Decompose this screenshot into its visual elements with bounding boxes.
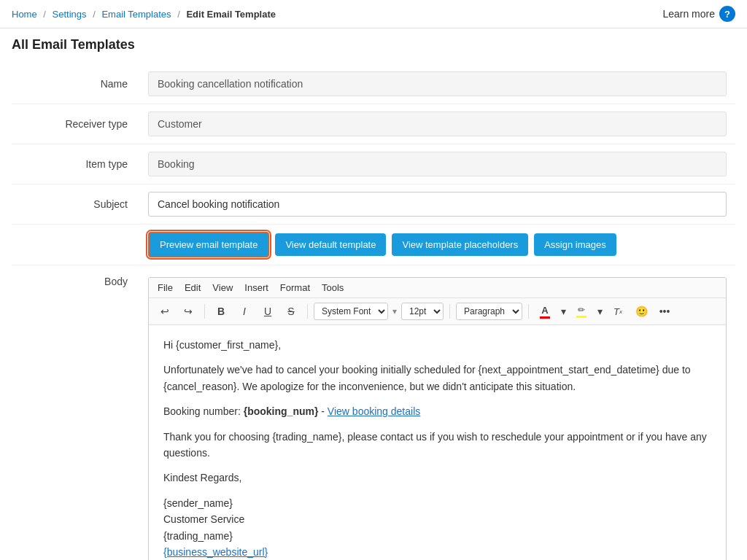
toolbar-separator-4 bbox=[528, 304, 529, 319]
menu-edit[interactable]: Edit bbox=[185, 282, 201, 293]
underline-button[interactable]: U bbox=[258, 301, 278, 322]
highlight-button[interactable]: ✏ bbox=[571, 301, 592, 322]
booking-number-pre: Booking number: bbox=[163, 405, 244, 417]
breadcrumb-current: Edit Email Template bbox=[186, 9, 276, 20]
menu-file[interactable]: File bbox=[158, 282, 173, 293]
business-website-link[interactable]: {business_website_url} bbox=[163, 546, 268, 558]
customer-service: Customer Service bbox=[163, 513, 244, 525]
assign-images-button[interactable]: Assign images bbox=[534, 233, 616, 256]
preview-email-button[interactable]: Preview email template bbox=[148, 232, 269, 257]
more-options-button[interactable]: ••• bbox=[654, 301, 675, 322]
subject-label: Subject bbox=[12, 184, 139, 224]
editor-container: File Edit View Insert Format Tools ↩ ↪ B… bbox=[148, 277, 727, 560]
highlight-dropdown[interactable]: ▾ bbox=[595, 301, 605, 322]
editor-line-6-8: {sender_name} Customer Service {trading_… bbox=[163, 495, 711, 560]
item-type-label: Item type bbox=[12, 144, 139, 184]
view-default-button[interactable]: View default template bbox=[275, 233, 386, 256]
toolbar-separator-2 bbox=[307, 304, 308, 319]
receiver-type-row: Receiver type Customer bbox=[12, 104, 735, 144]
bold-button[interactable]: B bbox=[211, 301, 231, 322]
item-type-field: Booking bbox=[148, 152, 727, 176]
subject-row: Subject bbox=[12, 184, 735, 225]
redo-button[interactable]: ↪ bbox=[178, 301, 198, 322]
editor-line-5: Kindest Regards, bbox=[163, 470, 711, 486]
receiver-type-field: Customer bbox=[148, 112, 727, 136]
editor-toolbar: ↩ ↪ B I U S System Font ▾ 12pt bbox=[149, 298, 726, 325]
breadcrumb: Home / Settings / Email Templates / Edit… bbox=[12, 9, 276, 20]
name-label: Name bbox=[12, 64, 139, 104]
font-size-select[interactable]: 12pt bbox=[401, 303, 444, 320]
buttons-spacer bbox=[12, 225, 139, 265]
buttons-row: Preview email template View default temp… bbox=[12, 225, 735, 265]
name-field-container: Booking cancellation notification bbox=[139, 64, 735, 104]
clear-formatting-button[interactable]: Tx bbox=[608, 301, 628, 322]
editor-line-4: Thank you for choosing {trading_name}, p… bbox=[163, 429, 711, 462]
editor-line-2: Unfortunately we've had to cancel your b… bbox=[163, 362, 711, 394]
body-row: Body File Edit View Insert Format Tools … bbox=[12, 265, 735, 560]
menu-insert[interactable]: Insert bbox=[244, 282, 268, 293]
paragraph-select[interactable]: Paragraph bbox=[456, 303, 522, 320]
italic-button[interactable]: I bbox=[234, 301, 255, 322]
editor-menubar: File Edit View Insert Format Tools bbox=[149, 278, 726, 298]
learn-more-text: Learn more bbox=[662, 8, 715, 20]
trading-name: {trading_name} bbox=[163, 530, 233, 542]
breadcrumb-sep-2: / bbox=[93, 9, 96, 20]
font-size-chevron: ▾ bbox=[391, 306, 398, 316]
name-field: Booking cancellation notification bbox=[148, 71, 727, 96]
page-title: All Email Templates bbox=[0, 28, 747, 58]
breadcrumb-email-templates[interactable]: Email Templates bbox=[101, 9, 171, 20]
top-bar: Home / Settings / Email Templates / Edit… bbox=[0, 0, 747, 28]
item-type-field-container: Booking bbox=[139, 144, 735, 184]
editor-line-3: Booking number: {booking_num} - View boo… bbox=[163, 403, 711, 419]
receiver-type-label: Receiver type bbox=[12, 104, 139, 144]
editor-body[interactable]: Hi {customer_first_name}, Unfortunately … bbox=[149, 325, 726, 560]
breadcrumb-home[interactable]: Home bbox=[12, 9, 37, 20]
editor-line-1: Hi {customer_first_name}, bbox=[163, 337, 711, 353]
receiver-type-field-container: Customer bbox=[139, 104, 735, 144]
toolbar-separator-3 bbox=[449, 304, 450, 319]
undo-button[interactable]: ↩ bbox=[155, 301, 175, 322]
sender-name: {sender_name} bbox=[163, 497, 233, 509]
breadcrumb-sep-1: / bbox=[43, 9, 46, 20]
menu-tools[interactable]: Tools bbox=[322, 282, 344, 293]
font-family-select[interactable]: System Font bbox=[314, 303, 388, 320]
item-type-row: Item type Booking bbox=[12, 144, 735, 184]
emoji-button[interactable]: 🙂 bbox=[631, 301, 651, 322]
learn-more-link[interactable]: Learn more ? bbox=[662, 6, 735, 22]
action-buttons: Preview email template View default temp… bbox=[139, 225, 625, 265]
breadcrumb-sep-3: / bbox=[177, 9, 180, 20]
view-booking-details-link[interactable]: View booking details bbox=[328, 405, 420, 417]
breadcrumb-settings[interactable]: Settings bbox=[53, 9, 87, 20]
menu-view[interactable]: View bbox=[212, 282, 233, 293]
strikethrough-button[interactable]: S bbox=[281, 301, 301, 322]
name-row: Name Booking cancellation notification bbox=[12, 64, 735, 104]
view-placeholders-button[interactable]: View template placeholders bbox=[392, 233, 528, 256]
booking-number-bold: {booking_num} bbox=[244, 405, 319, 417]
font-color-dropdown[interactable]: ▾ bbox=[558, 301, 568, 322]
body-label: Body bbox=[12, 265, 139, 298]
subject-field-container bbox=[139, 184, 735, 224]
subject-input[interactable] bbox=[148, 192, 727, 217]
form-container: Name Booking cancellation notification R… bbox=[0, 58, 747, 560]
font-color-button[interactable]: A bbox=[535, 301, 555, 322]
booking-number-mid: - bbox=[318, 405, 327, 417]
menu-format[interactable]: Format bbox=[280, 282, 310, 293]
help-icon: ? bbox=[719, 6, 735, 22]
toolbar-separator-1 bbox=[204, 304, 205, 319]
